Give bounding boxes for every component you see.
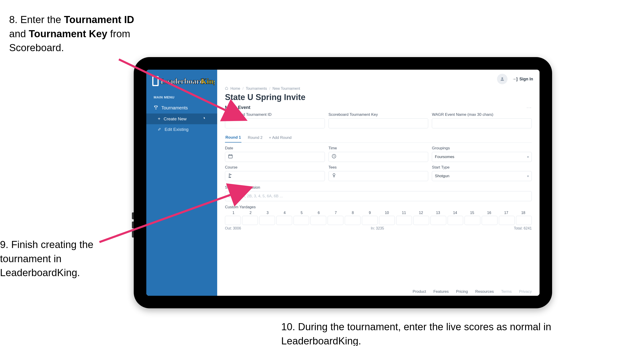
yardage-input[interactable]	[379, 216, 395, 225]
footer-product[interactable]: Product	[413, 289, 426, 294]
grand-total: Total: 6241	[514, 226, 532, 230]
tees-input[interactable]	[328, 171, 428, 181]
footer-privacy[interactable]: Privacy	[519, 289, 532, 294]
edit-icon	[158, 127, 162, 132]
field-start-type: Start Type Shotgun ▾	[432, 165, 532, 181]
yardage-input[interactable]	[430, 216, 446, 225]
yardage-input[interactable]	[362, 216, 378, 225]
hole-num: 3	[259, 211, 276, 216]
app-sidebar: Leaderboard King MAIN MENU Tournaments +…	[146, 70, 217, 296]
select-value: Foursomes	[435, 155, 454, 159]
trophy-icon	[154, 105, 158, 111]
app-footer: Product Features Pricing Resources Terms…	[217, 286, 540, 296]
yardage-input[interactable]	[464, 216, 480, 225]
tablet-side-buttons	[132, 212, 134, 240]
sidebar-item-tournaments[interactable]: Tournaments	[146, 102, 217, 113]
hole-num: 1	[225, 211, 242, 216]
flag-icon	[228, 173, 233, 179]
hole-num: 14	[446, 211, 464, 216]
yardage-input[interactable]	[482, 216, 498, 225]
sidebar-item-label: Create New	[164, 116, 186, 121]
section-header: Mens Event ···	[217, 105, 540, 111]
avatar[interactable]	[497, 74, 508, 84]
text: and	[9, 28, 29, 39]
yardage-input[interactable]	[225, 216, 241, 225]
yardage-input[interactable]	[276, 216, 292, 225]
field-label: Scoreboard Tournament Key	[328, 112, 428, 117]
footer-terms[interactable]: Terms	[501, 289, 512, 294]
add-round-button[interactable]: +Add Round	[269, 135, 292, 140]
hole-num: 9	[362, 211, 378, 216]
tablet-device: Leaderboard King MAIN MENU Tournaments +…	[134, 57, 552, 308]
svg-rect-1	[154, 77, 158, 85]
yardage-inputs	[225, 216, 532, 225]
round-fields-row-1: Date Time	[217, 143, 540, 162]
sidebar-item-label: Edit Existing	[164, 127, 188, 132]
section-menu-button[interactable]: ···	[526, 105, 532, 110]
field-course: Course	[225, 165, 325, 181]
field-scoreboard-key: Scoreboard Tournament Key	[328, 112, 428, 128]
hole-num: 2	[242, 211, 259, 216]
yardage-input[interactable]	[242, 216, 258, 225]
field-scoreboard-id: Scoreboard Tournament ID	[225, 112, 325, 128]
tab-round-1[interactable]: Round 1	[225, 133, 242, 142]
home-icon[interactable]	[225, 86, 228, 91]
svg-text:King: King	[201, 77, 214, 85]
tablet-screen: Leaderboard King MAIN MENU Tournaments +…	[146, 70, 540, 296]
hole-num: 8	[344, 211, 362, 216]
yardage-input[interactable]	[294, 216, 309, 225]
sidebar-item-edit-existing[interactable]: Edit Existing	[146, 124, 217, 135]
breadcrumb-new-tournament: New Tournament	[272, 86, 300, 91]
in-total: In: 3235	[371, 226, 384, 230]
field-label: WAGR Event Name (max 30 chars)	[432, 112, 532, 117]
yardage-input[interactable]	[345, 216, 360, 225]
starting-progression-input[interactable]	[225, 191, 532, 201]
step10-annotation: 10. During the tournament, enter the liv…	[281, 320, 578, 346]
sign-in-button[interactable]: →] Sign In	[512, 77, 533, 81]
yardage-header: 1 2 3 4 5 6 7 8 9 10 11 12 13 14 15 16 1	[225, 211, 532, 216]
yardage-input[interactable]	[259, 216, 275, 225]
text-bold: Tournament Key	[29, 28, 108, 39]
svg-text:Leaderboard: Leaderboard	[160, 77, 204, 85]
footer-features[interactable]: Features	[434, 289, 449, 294]
field-label: Custom Yardages	[225, 205, 532, 209]
hole-num: 15	[464, 211, 481, 216]
field-starting-progression: Starting Progression	[217, 181, 540, 201]
custom-yardages: Custom Yardages 1 2 3 4 5 6 7 8 9 10 11 …	[217, 201, 540, 230]
breadcrumb: Home / Tournaments / New Tournament	[217, 85, 540, 91]
scoreboard-key-input[interactable]	[328, 118, 428, 128]
start-type-select[interactable]: Shotgun ▾	[432, 171, 532, 181]
svg-rect-5	[228, 155, 232, 158]
footer-resources[interactable]: Resources	[475, 289, 494, 294]
yardage-input[interactable]	[328, 216, 344, 225]
yardage-input[interactable]	[310, 216, 326, 225]
sidebar-item-create-new[interactable]: + Create New	[146, 113, 217, 124]
date-input[interactable]	[225, 152, 325, 162]
yardage-input[interactable]	[396, 216, 412, 225]
time-input[interactable]	[328, 152, 428, 162]
tab-round-2[interactable]: Round 2	[247, 133, 263, 142]
hole-num: 18	[515, 211, 532, 216]
user-icon	[500, 76, 505, 81]
hole-num: 4	[276, 211, 293, 216]
hole-num: 12	[412, 211, 430, 216]
breadcrumb-sep: /	[269, 86, 270, 91]
text: 9. Finish creating the tournament in Lea…	[0, 239, 93, 278]
groupings-select[interactable]: Foursomes ▾	[432, 152, 532, 162]
breadcrumb-home[interactable]: Home	[230, 86, 240, 91]
topbar: →] Sign In	[217, 70, 540, 85]
yardage-input[interactable]	[413, 216, 429, 225]
course-input[interactable]	[225, 171, 325, 181]
yardage-input[interactable]	[516, 216, 532, 225]
field-label: Time	[328, 146, 428, 150]
field-time: Time	[328, 146, 428, 162]
wagr-name-input[interactable]	[432, 118, 532, 128]
yardage-input[interactable]	[448, 216, 464, 225]
text: 10. During the tournament, enter the liv…	[281, 321, 551, 346]
scoreboard-id-input[interactable]	[225, 118, 325, 128]
yardage-input[interactable]	[499, 216, 514, 225]
field-wagr-name: WAGR Event Name (max 30 chars)	[432, 112, 532, 128]
footer-pricing[interactable]: Pricing	[456, 289, 468, 294]
field-label: Course	[225, 165, 325, 170]
breadcrumb-tournaments[interactable]: Tournaments	[246, 86, 267, 91]
